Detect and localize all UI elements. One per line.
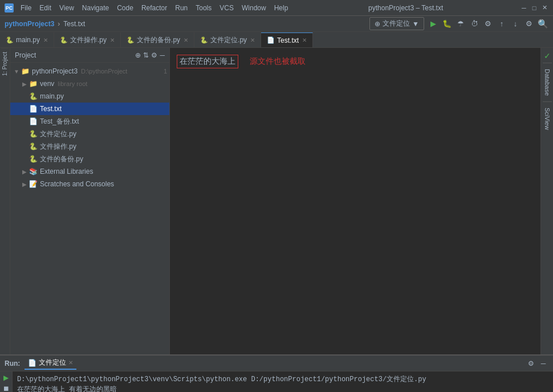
console-line: D:\pythonProject1\pythonProject3\venv\Sc…	[17, 374, 548, 384]
tab-backup-py[interactable]: 🐍 文件的备份.py ✕	[121, 32, 194, 47]
check-mark[interactable]: ✓	[544, 51, 551, 60]
run-tab-active[interactable]: 📄 文件定位 ✕	[25, 357, 76, 370]
up-button[interactable]: ↑	[496, 18, 507, 30]
editor-red-comment: 源文件也被截取	[250, 56, 306, 67]
run-button[interactable]: ▶	[428, 18, 439, 30]
expand-arrow: ▶	[21, 169, 29, 175]
py-icon: 🐍	[29, 129, 38, 138]
file-location-button[interactable]: ⊕ 文件定位 ▼	[369, 17, 424, 30]
tab-main-py[interactable]: 🐍 main.py ✕	[0, 32, 54, 47]
run-tab-close[interactable]: ✕	[68, 360, 73, 366]
toolbar-icons: ▶ 🐛 ☂ ⏱ ⚙ ↑ ↓ ⚙ 🔍	[428, 18, 548, 30]
close-button[interactable]: ✕	[540, 4, 548, 12]
tab-close-button[interactable]: ✕	[302, 37, 307, 43]
menu-run[interactable]: Run	[172, 3, 191, 13]
bottom-main: ▶ ⏹ ↑ ↑ ↓ ⇅ ⊟ 🖨 🗑 D:\pythonProject1\pyth…	[0, 371, 553, 392]
tree-item-ext-lib[interactable]: ▶ 📚 External Libraries	[10, 165, 169, 178]
project-tree-panel: Project ⊕ ⇅ ⚙ ─ ▼ 📁 pythonProject3 D:\py…	[10, 48, 170, 354]
menu-help[interactable]: Help	[271, 3, 292, 13]
stop-icon[interactable]: ⏹	[1, 385, 11, 392]
divider	[543, 63, 552, 63]
run-label: Run:	[5, 360, 20, 368]
tree-label: External Libraries	[40, 168, 93, 175]
tab-icon-py: 🐍	[200, 36, 208, 44]
profile-button[interactable]: ⏱	[469, 18, 480, 30]
bottom-panel: Run: 📄 文件定位 ✕ ⚙ ─ ▶ ⏹ ↑ ↑ ↓ ⇅ ⊟ 🖨 🗑 D:\p…	[0, 354, 553, 392]
tree-label: pythonProject3	[32, 67, 78, 75]
menu-bar: File Edit View Navigate Code Refactor Ru…	[17, 3, 291, 13]
app-icon: PC	[5, 3, 14, 13]
database-tab[interactable]: Database	[543, 66, 552, 99]
breadcrumb-sep: ›	[58, 20, 60, 28]
settings-button[interactable]: ⚙	[523, 18, 535, 30]
run-settings-button[interactable]: ⚙	[526, 358, 536, 369]
down-button[interactable]: ↓	[510, 18, 521, 30]
project-panel-tab[interactable]: 1: Project	[1, 48, 9, 79]
tree-path: D:\pythonProject	[81, 68, 127, 75]
location-icon: ⊕	[375, 20, 380, 28]
minimize-button[interactable]: ─	[520, 4, 528, 12]
play-icon[interactable]: ▶	[1, 374, 11, 382]
tree-label: 文件的备份.py	[40, 154, 83, 164]
tree-item-fileops-py[interactable]: 🐍 文件操作.py	[10, 140, 169, 153]
tab-icon-py: 🐍	[6, 36, 14, 44]
menu-file[interactable]: File	[17, 3, 35, 13]
maximize-button[interactable]: □	[530, 4, 538, 12]
menu-view[interactable]: View	[56, 3, 78, 13]
tree-label: Test.txt	[40, 105, 62, 113]
window-title: pythonProject3 – Test.txt	[295, 4, 517, 12]
tab-test-txt[interactable]: 📄 Test.txt ✕	[261, 32, 313, 47]
tree-label: venv	[40, 80, 54, 88]
search-button[interactable]: 🔍	[537, 18, 548, 30]
menu-vcs[interactable]: VCS	[216, 3, 237, 13]
tree-label: 文件操作.py	[40, 142, 76, 152]
tree-item-locate-py[interactable]: 🐍 文件定位.py	[10, 128, 169, 140]
project-tree: ▼ 📁 pythonProject3 D:\pythonProject 1 ▶ …	[10, 63, 169, 354]
build-button[interactable]: ⚙	[482, 18, 494, 30]
project-breadcrumb-file: Test.txt	[63, 20, 85, 28]
py-icon: 🐍	[29, 92, 38, 101]
run-debug-button[interactable]: 🐛	[441, 18, 453, 30]
sidebar-layout-button[interactable]: ⇅	[143, 51, 149, 59]
tab-close-button[interactable]: ✕	[110, 37, 115, 43]
menu-refactor[interactable]: Refactor	[138, 3, 170, 13]
location-label: 文件定位	[383, 19, 410, 28]
menu-edit[interactable]: Edit	[36, 3, 55, 13]
tree-item-root[interactable]: ▼ 📁 pythonProject3 D:\pythonProject 1	[10, 65, 169, 77]
sidebar-settings-button[interactable]: ⚙	[151, 51, 157, 59]
tab-locate-py[interactable]: 🐍 文件定位.py ✕	[194, 32, 261, 47]
sidebar-title: Project	[15, 51, 36, 59]
sciview-tab[interactable]: SciView	[543, 104, 552, 133]
sidebar-minimize-button[interactable]: ─	[160, 51, 165, 59]
py-icon: 🐍	[29, 142, 38, 151]
tree-item-venv[interactable]: ▶ 📁 venv library root	[10, 77, 169, 90]
txt-icon: 📄	[29, 117, 38, 126]
tab-file-ops-py[interactable]: 🐍 文件操作.py ✕	[54, 32, 121, 47]
folder-icon: 📁	[29, 79, 38, 88]
tab-close-button[interactable]: ✕	[43, 37, 48, 43]
coverage-button[interactable]: ☂	[455, 18, 466, 30]
tree-item-test-backup[interactable]: 📄 Test_备份.txt	[10, 115, 169, 128]
run-minimize-button[interactable]: ─	[538, 358, 548, 369]
bottom-side-icons: ▶ ⏹ ↑ ↑ ↓ ⇅ ⊟ 🖨 🗑	[0, 371, 13, 392]
tab-label: Test.txt	[277, 36, 299, 44]
tree-item-scratches[interactable]: ▶ 📝 Scratches and Consoles	[10, 178, 169, 190]
extlib-icon: 📚	[29, 167, 38, 176]
tab-close-button[interactable]: ✕	[250, 37, 255, 43]
tree-label: Scratches and Consoles	[40, 180, 114, 188]
tab-close-button[interactable]: ✕	[184, 37, 188, 43]
menu-window[interactable]: Window	[238, 3, 270, 13]
menu-tools[interactable]: Tools	[192, 3, 215, 13]
divider	[543, 101, 552, 102]
sidebar-add-button[interactable]: ⊕	[135, 51, 141, 59]
tree-item-main-py[interactable]: 🐍 main.py	[10, 90, 169, 103]
run-panel-header: Run: 📄 文件定位 ✕ ⚙ ─	[0, 356, 553, 371]
menu-navigate[interactable]: Navigate	[79, 3, 112, 13]
expand-arrow: ▼	[13, 68, 21, 75]
editor-content[interactable]: 在茫茫的大海上 源文件也被截取	[170, 48, 540, 354]
right-sidebar: ✓ Database SciView	[540, 48, 553, 354]
menu-code[interactable]: Code	[113, 3, 137, 13]
folder-icon: 📁	[21, 67, 30, 76]
tree-item-test-txt[interactable]: 📄 Test.txt	[10, 103, 169, 115]
tree-item-backup-py[interactable]: 🐍 文件的备份.py	[10, 153, 169, 165]
